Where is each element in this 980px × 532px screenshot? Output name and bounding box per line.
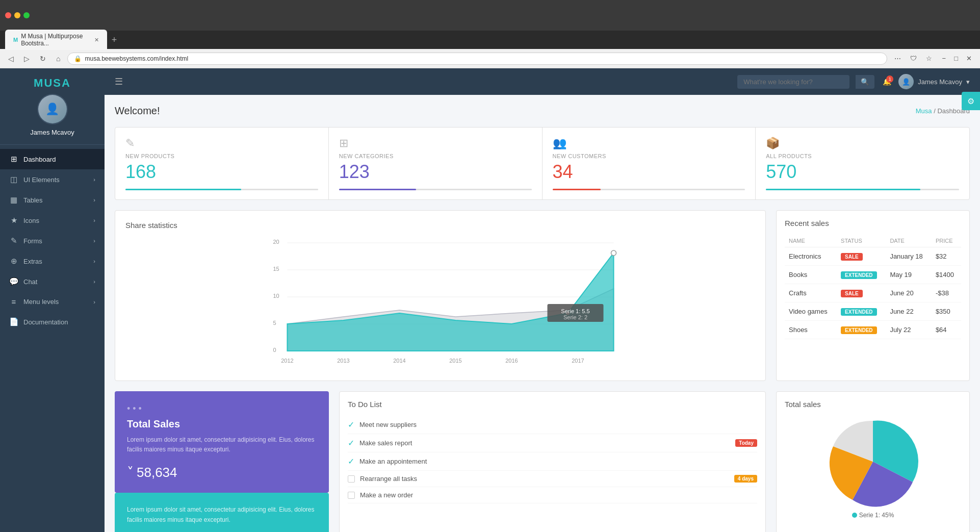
active-tab[interactable]: M M Musa | Multipurpose Bootstra... ✕ <box>5 30 107 50</box>
star-btn[interactable]: ☆ <box>923 54 935 63</box>
product-status: EXTENDED <box>837 302 886 321</box>
stat-cards: ✎ NEW PRODUCTS 168 ⊞ NEW CATEGORIES 123 <box>115 127 970 200</box>
table-header-row: NAME STATUS DATE PRICE <box>785 235 961 247</box>
sidebar-item-chat[interactable]: 💬 Chat › <box>0 271 105 292</box>
categories-icon: ⊞ <box>339 137 532 150</box>
sidebar-item-forms[interactable]: ✎ Forms › <box>0 231 105 251</box>
new-tab-btn[interactable]: + <box>107 33 121 47</box>
close-btn[interactable]: ✕ <box>963 54 975 63</box>
chevron-right-icon: › <box>93 258 95 264</box>
url-text: musa.beewebsystems.com/index.html <box>85 55 188 62</box>
todo-text: Make sales report <box>359 439 412 447</box>
recent-sales-card: Recent sales NAME STATUS DATE PRICE <box>776 210 970 381</box>
sidebar-item-label: Tables <box>23 196 88 204</box>
table-row: Crafts SALE June 20 -$38 <box>785 284 961 302</box>
table-row: Books EXTENDED May 19 $1400 <box>785 266 961 284</box>
chevron-right-icon: › <box>93 278 95 285</box>
days-tag: 4 days <box>734 475 757 483</box>
svg-text:20: 20 <box>273 239 279 245</box>
stat-bar-fill <box>766 189 920 190</box>
sale-date: June 22 <box>886 302 931 321</box>
check-icon: ✓ <box>348 438 354 448</box>
dashboard-icon: ⊞ <box>9 155 18 164</box>
total-sales-value: ˅ 58,634 <box>127 465 317 480</box>
svg-text:2012: 2012 <box>281 358 293 364</box>
status-badge: EXTENDED <box>841 308 876 316</box>
sidebar-item-extras[interactable]: ⊕ Extras › <box>0 251 105 271</box>
breadcrumb-home[interactable]: Musa <box>916 107 932 115</box>
sidebar-item-dashboard[interactable]: ⊞ Dashboard <box>0 149 105 169</box>
top-header: ☰ 🔍 🔔 1 👤 James Mcavoy ▾ <box>105 68 980 95</box>
back-btn[interactable]: ◁ <box>5 53 17 65</box>
sale-price: $32 <box>932 247 961 266</box>
tables-icon: ▦ <box>9 195 18 205</box>
svg-text:2015: 2015 <box>449 358 461 364</box>
chevron-right-icon: › <box>93 217 95 223</box>
todo-item: Rearrange all tasks 4 days <box>348 471 757 487</box>
sidebar-item-documentation[interactable]: 📄 Documentation <box>0 312 105 332</box>
shield-btn[interactable]: 🛡 <box>907 54 920 63</box>
total-value-number: 58,634 <box>137 465 177 480</box>
todo-checkbox[interactable] <box>348 492 355 499</box>
product-status: SALE <box>837 247 886 266</box>
sidebar-nav: ⊞ Dashboard ◫ UI Elements › ▦ Tables › ★… <box>0 145 105 336</box>
chat-icon: 💬 <box>9 277 18 286</box>
teal-description: Lorem ipsum dolor sit amet, consectetur … <box>127 505 317 524</box>
todo-item: ✓ Meet new suppliers <box>348 416 757 434</box>
chevron-right-icon: › <box>93 176 95 183</box>
table-row: Electronics SALE January 18 $32 <box>785 247 961 266</box>
user-profile-btn[interactable]: 👤 James Mcavoy ▾ <box>898 74 970 89</box>
notification-badge: 1 <box>886 75 893 83</box>
sale-price: $350 <box>932 302 961 321</box>
avatar: 👤 <box>37 94 68 124</box>
sale-date: June 20 <box>886 284 931 302</box>
page-header: Welcome! Musa / Dashboard <box>115 105 970 117</box>
refresh-btn[interactable]: ↻ <box>37 53 49 65</box>
bookmarks-btn[interactable]: ⋯ <box>891 54 904 63</box>
table-row: Shoes EXTENDED July 22 $64 <box>785 321 961 339</box>
sale-date: January 18 <box>886 247 931 266</box>
product-name: Crafts <box>785 284 837 302</box>
sidebar-item-label: Dashboard <box>23 156 95 163</box>
hamburger-btn[interactable]: ☰ <box>115 76 123 87</box>
todo-checkbox[interactable] <box>348 475 355 483</box>
tab-favicon: M <box>13 37 18 43</box>
search-input[interactable] <box>737 75 849 89</box>
sale-date: July 22 <box>886 321 931 339</box>
home-btn[interactable]: ⌂ <box>53 53 63 65</box>
sidebar-item-ui-elements[interactable]: ◫ UI Elements › <box>0 169 105 190</box>
stat-label: NEW PRODUCTS <box>125 153 318 159</box>
tab-close-btn[interactable]: ✕ <box>94 37 99 43</box>
pie-chart-title: Total sales <box>785 400 961 409</box>
recent-sales-title: Recent sales <box>785 219 961 227</box>
products-icon: ✎ <box>125 137 318 150</box>
menu-levels-icon: ≡ <box>9 297 18 306</box>
sidebar-item-label: Chat <box>23 278 88 286</box>
sidebar-item-icons[interactable]: ★ Icons › <box>0 210 105 231</box>
sidebar-item-label: Documentation <box>23 318 95 326</box>
sales-table: NAME STATUS DATE PRICE Electronics SALE … <box>785 235 961 339</box>
avatar-image: 👤 <box>38 95 67 123</box>
status-badge: EXTENDED <box>841 326 876 334</box>
sidebar-item-tables[interactable]: ▦ Tables › <box>0 190 105 210</box>
sidebar-item-label: UI Elements <box>23 176 88 184</box>
teal-dot <box>852 513 857 518</box>
sale-price: -$38 <box>932 284 961 302</box>
minimize-btn[interactable]: − <box>939 54 949 63</box>
today-tag: Today <box>735 439 757 447</box>
forward-btn[interactable]: ▷ <box>21 53 33 65</box>
stat-value: 570 <box>766 161 959 183</box>
notifications-btn[interactable]: 🔔 1 <box>883 78 891 86</box>
chevron-right-icon: › <box>93 299 95 305</box>
forms-icon: ✎ <box>9 236 18 245</box>
product-name: Shoes <box>785 321 837 339</box>
sidebar-item-label: Icons <box>23 217 88 224</box>
sidebar-item-menu-levels[interactable]: ≡ Menu levels › <box>0 292 105 312</box>
lock-icon: 🔒 <box>74 55 82 62</box>
address-bar[interactable]: 🔒 musa.beewebsystems.com/index.html <box>67 53 887 65</box>
user-name-label: James Mcavoy <box>918 78 962 86</box>
maximize-btn[interactable]: □ <box>951 54 961 63</box>
settings-fab[interactable]: ⚙ <box>962 92 980 110</box>
search-button[interactable]: 🔍 <box>856 75 874 89</box>
pie-legend: Serie 1: 45% <box>785 512 961 519</box>
